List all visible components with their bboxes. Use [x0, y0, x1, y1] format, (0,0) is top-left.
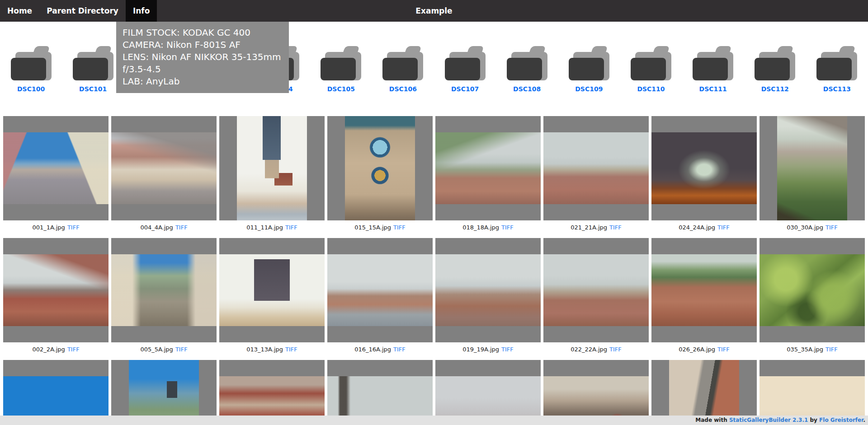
tiff-link[interactable]: TIFF [67, 346, 80, 353]
tiff-link[interactable]: TIFF [393, 346, 406, 353]
folder-icon [816, 46, 857, 80]
folder-label: DSC107 [451, 85, 479, 93]
folder-item[interactable]: DSC112 [744, 46, 806, 93]
tiff-link[interactable]: TIFF [175, 224, 188, 231]
photo-gallery: 001_1A.jpgTIFF 004_4A.jpgTIFF 011_11A.jp… [3, 116, 865, 425]
tiff-link[interactable]: TIFF [717, 346, 730, 353]
photo-caption: 013_13A.jpgTIFF [219, 342, 325, 360]
photo-filename: 005_5A.jpg [140, 346, 173, 353]
photo-link[interactable] [219, 238, 325, 342]
folder-label: DSC113 [823, 85, 851, 93]
footer-period: . [863, 417, 865, 423]
folder-icon [321, 46, 361, 80]
photo-link[interactable] [543, 238, 649, 342]
footer-builder-link[interactable]: StaticGalleryBuilder 2.3.1 [729, 417, 808, 423]
gallery-cell: 005_5A.jpgTIFF [111, 238, 217, 360]
photo-caption: 018_18A.jpgTIFF [435, 220, 541, 238]
gallery-cell: 024_24A.jpgTIFF [651, 116, 757, 238]
folder-item[interactable]: DSC107 [434, 46, 496, 93]
gallery-cell: 021_21A.jpgTIFF [543, 116, 649, 238]
folder-label: DSC106 [389, 85, 417, 93]
photo-thumbnail [651, 254, 757, 326]
photo-link[interactable] [651, 238, 757, 342]
folder-icon [631, 46, 671, 80]
footer-by-text: by [808, 417, 819, 423]
photo-link[interactable] [651, 116, 757, 220]
photo-filename: 021_21A.jpg [571, 224, 607, 231]
photo-filename: 026_26A.jpg [679, 346, 715, 353]
tiff-link[interactable]: TIFF [285, 224, 297, 231]
folder-label: DSC110 [637, 85, 665, 93]
tiff-link[interactable]: TIFF [826, 346, 838, 353]
folder-label: DSC105 [327, 85, 355, 93]
tiff-link[interactable]: TIFF [717, 224, 730, 231]
tiff-link[interactable]: TIFF [501, 346, 514, 353]
footer-made-with-text: Made with [695, 417, 729, 423]
photo-filename: 013_13A.jpg [246, 346, 283, 353]
photo-caption: 022_22A.jpgTIFF [543, 342, 649, 360]
photo-link[interactable] [435, 238, 541, 342]
tiff-link[interactable]: TIFF [67, 224, 80, 231]
photo-link[interactable] [111, 116, 217, 220]
photo-filename: 019_19A.jpg [462, 346, 499, 353]
folder-item[interactable]: DSC100 [0, 46, 62, 93]
gallery-cell: 013_13A.jpgTIFF [219, 238, 325, 360]
photo-caption: 015_15A.jpgTIFF [327, 220, 433, 238]
folder-item[interactable]: DSC108 [496, 46, 558, 93]
photo-link[interactable] [760, 238, 865, 342]
photo-thumbnail [760, 254, 865, 326]
folder-item[interactable]: DSC106 [372, 46, 434, 93]
photo-link[interactable] [435, 116, 541, 220]
photo-link[interactable] [3, 116, 108, 220]
photo-thumbnail [3, 254, 108, 326]
photo-filename: 035_35A.jpg [787, 346, 823, 353]
photo-thumbnail [651, 132, 757, 204]
photo-link[interactable] [543, 116, 649, 220]
tiff-link[interactable]: TIFF [609, 346, 622, 353]
folder-label: DSC101 [79, 85, 107, 93]
folder-item[interactable]: DSC109 [558, 46, 620, 93]
folder-icon [693, 46, 733, 80]
nav-item-parent-directory[interactable]: Parent Directory [39, 0, 126, 22]
photo-caption: 035_35A.jpgTIFF [760, 342, 865, 360]
tiff-link[interactable]: TIFF [175, 346, 188, 353]
folder-item[interactable]: DSC105 [310, 46, 372, 93]
photo-caption: 024_24A.jpgTIFF [651, 220, 757, 238]
gallery-cell: 004_4A.jpgTIFF [111, 116, 217, 238]
folder-item[interactable]: DSC111 [682, 46, 744, 93]
folder-item[interactable]: DSC113 [806, 46, 868, 93]
tiff-link[interactable]: TIFF [393, 224, 406, 231]
photo-filename: 004_4A.jpg [140, 224, 173, 231]
photo-thumbnail [435, 254, 541, 326]
photo-caption: 026_26A.jpgTIFF [651, 342, 757, 360]
folder-label: DSC111 [699, 85, 727, 93]
photo-link[interactable] [111, 238, 217, 342]
gallery-cell: 001_1A.jpgTIFF [3, 116, 108, 238]
folder-icon [755, 46, 795, 80]
photo-caption: 011_11A.jpgTIFF [219, 220, 325, 238]
footer-author-link[interactable]: Flo Greistorfer [819, 417, 863, 423]
tiff-link[interactable]: TIFF [826, 224, 838, 231]
photo-link[interactable] [327, 116, 433, 220]
nav-item-home[interactable]: Home [0, 0, 39, 22]
folder-item[interactable]: DSC101 [62, 46, 124, 93]
photo-thumbnail [111, 132, 217, 204]
gallery-cell: 018_18A.jpgTIFF [435, 116, 541, 238]
folder-icon [445, 46, 486, 80]
folder-item[interactable]: DSC110 [620, 46, 682, 93]
photo-link[interactable] [3, 238, 108, 342]
photo-link[interactable] [760, 116, 865, 220]
folder-icon [73, 46, 113, 80]
photo-link[interactable] [219, 116, 325, 220]
photo-filename: 024_24A.jpg [679, 224, 715, 231]
tiff-link[interactable]: TIFF [501, 224, 514, 231]
photo-link[interactable] [327, 238, 433, 342]
gallery-cell: 002_2A.jpgTIFF [3, 238, 108, 360]
tiff-link[interactable]: TIFF [609, 224, 622, 231]
photo-thumbnail [111, 254, 217, 326]
tooltip-line-lab: LAB: AnyLab [123, 75, 283, 88]
gallery-cell: 015_15A.jpgTIFF [327, 116, 433, 238]
folder-icon [507, 46, 547, 80]
tiff-link[interactable]: TIFF [285, 346, 297, 353]
nav-item-info[interactable]: Info [126, 0, 157, 22]
